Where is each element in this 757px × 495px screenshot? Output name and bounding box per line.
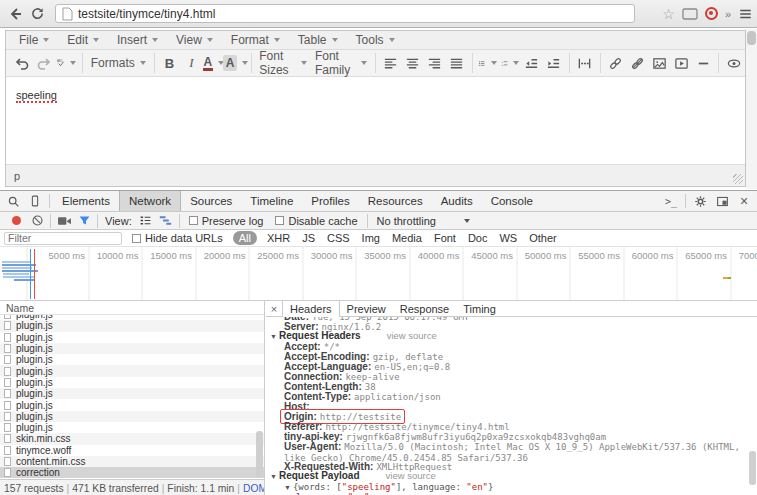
requests-scrollbar-thumb[interactable]	[256, 431, 263, 477]
table-row[interactable]: plugin.js	[0, 332, 264, 343]
menu-tools[interactable]: Tools	[347, 31, 404, 50]
indent-button[interactable]	[543, 52, 565, 74]
tab-elements[interactable]: Elements	[53, 191, 119, 211]
table-row[interactable]: plugin.js	[0, 422, 264, 433]
table-row-selected[interactable]: correction	[0, 467, 264, 478]
preserve-log-checkbox[interactable]: Preserve log	[189, 215, 264, 227]
filter-js[interactable]: JS	[296, 232, 321, 244]
image-button[interactable]	[648, 52, 670, 74]
table-row[interactable]: tinymce.woff	[0, 445, 264, 456]
font-sizes-dropdown[interactable]: Font Sizes	[255, 49, 311, 77]
menu-view[interactable]: View	[167, 31, 222, 50]
link-button[interactable]	[604, 52, 626, 74]
summary-dcl-link[interactable]: DOMContentLo…	[243, 483, 265, 494]
close-details-button[interactable]: ×	[266, 303, 282, 315]
payload-preview[interactable]: ▼{words: ["speeling"], language: "en"}	[266, 481, 757, 491]
tab-network[interactable]: Network	[119, 191, 181, 211]
close-devtools-button[interactable]: ×	[733, 191, 755, 211]
table-row[interactable]: plugin.js	[0, 365, 264, 376]
view-source-link[interactable]: view source	[387, 330, 437, 341]
address-bar[interactable]: testsite/tinymce/tiny4.html	[55, 4, 635, 23]
bullet-list-button[interactable]	[476, 52, 498, 74]
filter-input[interactable]	[4, 232, 122, 245]
justify-button[interactable]	[446, 52, 468, 74]
spellcheck-button[interactable]: ABC	[55, 52, 78, 74]
filter-toggle-button[interactable]	[74, 213, 94, 229]
filter-ws[interactable]: WS	[493, 232, 523, 244]
view-list-button[interactable]	[136, 213, 156, 229]
misspelled-word[interactable]: speeling	[16, 89, 57, 103]
align-right-button[interactable]	[424, 52, 446, 74]
cast-icon[interactable]	[682, 7, 698, 21]
tab-audits[interactable]: Audits	[432, 191, 482, 211]
redo-button[interactable]	[33, 52, 55, 74]
tab-headers[interactable]: Headers	[282, 301, 340, 317]
page-scrollbar[interactable]	[746, 29, 757, 189]
menu-format[interactable]: Format	[222, 31, 289, 50]
menu-file[interactable]: File	[10, 31, 58, 50]
filter-other[interactable]: Other	[523, 232, 563, 244]
page-break-button[interactable]	[574, 52, 596, 74]
unlink-button[interactable]	[626, 52, 648, 74]
filter-media[interactable]: Media	[386, 232, 428, 244]
table-row[interactable]: plugin.js	[0, 411, 264, 422]
background-color-button[interactable]: A	[224, 52, 246, 74]
settings-button[interactable]	[689, 191, 711, 211]
tab-console[interactable]: Console	[482, 191, 542, 211]
menu-icon[interactable]	[738, 7, 753, 21]
clear-button[interactable]	[27, 213, 47, 229]
details-scrollbar-thumb[interactable]	[749, 451, 756, 485]
numbered-list-button[interactable]: 12	[499, 52, 521, 74]
filter-font[interactable]: Font	[428, 232, 462, 244]
formats-dropdown[interactable]: Formats	[87, 56, 150, 70]
bold-button[interactable]: B	[158, 52, 180, 74]
horizontal-rule-button[interactable]	[692, 52, 714, 74]
request-payload-section[interactable]: ▼Request Payloadview source	[266, 471, 757, 481]
media-button[interactable]	[670, 52, 692, 74]
menu-edit[interactable]: Edit	[58, 31, 108, 50]
tab-response[interactable]: Response	[393, 301, 457, 317]
preview-button[interactable]	[723, 52, 745, 74]
align-center-button[interactable]	[402, 52, 424, 74]
dock-side-button[interactable]	[711, 191, 733, 211]
resize-handle-icon[interactable]	[733, 174, 743, 184]
console-drawer-button[interactable]: >_	[660, 191, 682, 211]
record-button[interactable]	[12, 216, 21, 225]
tab-resources[interactable]: Resources	[359, 191, 432, 211]
filter-css[interactable]: CSS	[321, 232, 356, 244]
view-waterfall-button[interactable]	[156, 213, 176, 229]
outdent-button[interactable]	[521, 52, 543, 74]
table-row[interactable]: plugin.js	[0, 399, 264, 410]
screenshot-button[interactable]	[54, 213, 74, 229]
italic-button[interactable]: I	[180, 52, 202, 74]
element-path[interactable]: p	[14, 170, 20, 182]
filter-xhr[interactable]: XHR	[261, 232, 296, 244]
table-row[interactable]: skin.min.css	[0, 433, 264, 444]
network-overview-timeline[interactable]: 5000 ms 10000 ms 15000 ms 20000 ms 25000…	[0, 247, 757, 301]
table-row[interactable]: plugin.js	[0, 354, 264, 365]
device-toolbar-button[interactable]	[24, 191, 46, 211]
menu-insert[interactable]: Insert	[108, 31, 167, 50]
tab-sources[interactable]: Sources	[181, 191, 241, 211]
filter-doc[interactable]: Doc	[462, 232, 494, 244]
disable-cache-checkbox[interactable]: Disable cache	[275, 215, 357, 227]
column-header-name[interactable]: Name	[0, 301, 264, 315]
align-left-button[interactable]	[380, 52, 402, 74]
table-row[interactable]: plugin.js	[0, 320, 264, 331]
tab-timeline[interactable]: Timeline	[241, 191, 302, 211]
tab-timing[interactable]: Timing	[456, 301, 503, 317]
scrollbar-thumb[interactable]	[747, 31, 756, 45]
text-color-button[interactable]: A	[202, 52, 224, 74]
filter-all[interactable]: All	[233, 231, 257, 245]
back-button[interactable]	[4, 3, 26, 25]
table-row[interactable]: content.min.css	[0, 456, 264, 467]
table-row[interactable]: plugin.js	[0, 377, 264, 388]
undo-button[interactable]	[11, 52, 33, 74]
table-row[interactable]: plugin.js	[0, 388, 264, 399]
reload-button[interactable]	[26, 3, 48, 25]
table-row[interactable]: plugin.js	[0, 343, 264, 354]
menu-table[interactable]: Table	[289, 31, 347, 50]
overflow-icon[interactable]: »	[725, 8, 731, 20]
request-headers-section[interactable]: ▼Request Headersview source	[266, 331, 757, 341]
filter-img[interactable]: Img	[356, 232, 386, 244]
